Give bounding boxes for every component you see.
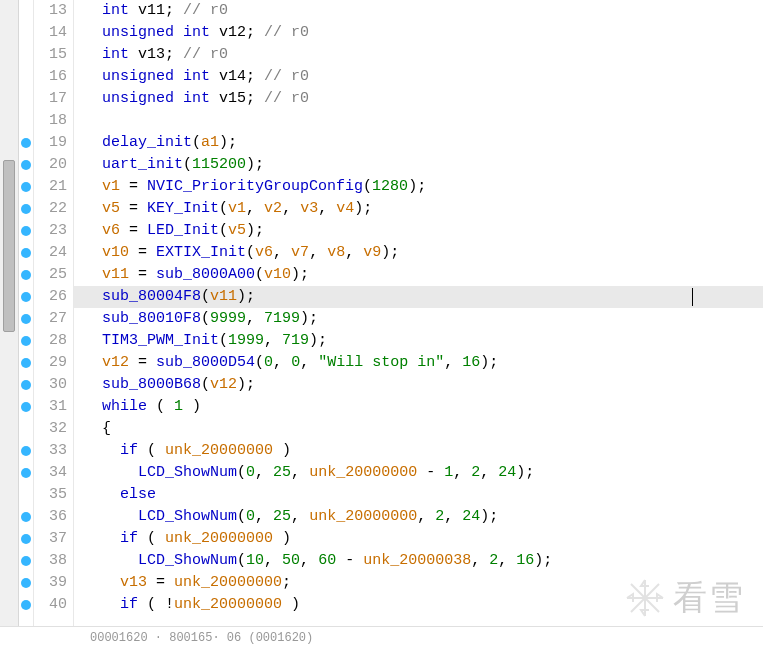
breakpoint-dot[interactable] — [21, 248, 31, 258]
breakpoint-dot[interactable] — [21, 336, 31, 346]
code-line[interactable]: unsigned int v12; // r0 — [74, 22, 763, 44]
code-line[interactable]: if ( unk_20000000 ) — [74, 528, 763, 550]
token-plain: , — [345, 244, 363, 261]
code-line[interactable]: { — [74, 418, 763, 440]
token-plain: , — [246, 310, 264, 327]
code-line[interactable]: unsigned int v15; // r0 — [74, 88, 763, 110]
token-plain: , — [264, 332, 282, 349]
token-plain: ); — [237, 376, 255, 393]
token-num: 0 — [291, 354, 300, 371]
breakpoint-dot[interactable] — [21, 204, 31, 214]
token-kw: while — [102, 398, 147, 415]
breakpoint-dot[interactable] — [21, 578, 31, 588]
breakpoint-dot[interactable] — [21, 314, 31, 324]
token-num: 2 — [489, 552, 498, 569]
token-var: v1 — [228, 200, 246, 217]
token-num: 24 — [462, 508, 480, 525]
token-plain: , — [471, 552, 489, 569]
code-line[interactable]: else — [74, 484, 763, 506]
code-line[interactable]: v6 = LED_Init(v5); — [74, 220, 763, 242]
token-kw: if — [120, 596, 138, 613]
breakpoint-dot[interactable] — [21, 182, 31, 192]
token-plain: ); — [219, 134, 237, 151]
code-line[interactable]: v1 = NVIC_PriorityGroupConfig(1280); — [74, 176, 763, 198]
code-line[interactable]: LCD_ShowNum(10, 50, 60 - unk_20000038, 2… — [74, 550, 763, 572]
vertical-scrollbar[interactable] — [0, 0, 19, 649]
breakpoint-dot[interactable] — [21, 270, 31, 280]
token-plain: ) — [273, 530, 291, 547]
breakpoint-dot[interactable] — [21, 402, 31, 412]
breakpoint-dot[interactable] — [21, 600, 31, 610]
token-num: 0 — [264, 354, 273, 371]
token-plain: , — [444, 508, 462, 525]
token-plain: ); — [237, 288, 255, 305]
code-line[interactable]: while ( 1 ) — [74, 396, 763, 418]
breakpoint-dot[interactable] — [21, 446, 31, 456]
code-line[interactable]: uart_init(115200); — [74, 154, 763, 176]
token-plain: v15 — [219, 90, 246, 107]
code-line[interactable]: int v13; // r0 — [74, 44, 763, 66]
code-line[interactable]: TIM3_PWM_Init(1999, 719); — [74, 330, 763, 352]
token-num: 60 — [318, 552, 336, 569]
scrollbar-thumb[interactable] — [3, 160, 15, 332]
code-line[interactable]: sub_8000B68(v12); — [74, 374, 763, 396]
code-line[interactable]: delay_init(a1); — [74, 132, 763, 154]
code-line[interactable]: LCD_ShowNum(0, 25, unk_20000000, 2, 24); — [74, 506, 763, 528]
code-line[interactable]: if ( unk_20000000 ) — [74, 440, 763, 462]
token-kw: unsigned int — [102, 24, 210, 41]
line-number: 17 — [34, 88, 67, 110]
token-ident: sub_80004F8 — [102, 288, 201, 305]
token-plain: , — [417, 508, 435, 525]
token-plain: , — [282, 200, 300, 217]
line-number: 23 — [34, 220, 67, 242]
token-plain: ); — [534, 552, 552, 569]
code-area[interactable]: int v11; // r0 unsigned int v12; // r0 i… — [74, 0, 763, 649]
breakpoint-dot[interactable] — [21, 138, 31, 148]
code-line[interactable]: v11 = sub_8000A00(v10); — [74, 264, 763, 286]
line-number: 34 — [34, 462, 67, 484]
line-number: 26 — [34, 286, 67, 308]
decompiler-view: 1314151617181920212223242526272829303132… — [0, 0, 763, 649]
token-plain — [255, 68, 264, 85]
line-number: 30 — [34, 374, 67, 396]
token-plain: ( — [255, 266, 264, 283]
code-line[interactable]: v5 = KEY_Init(v1, v2, v3, v4); — [74, 198, 763, 220]
token-var: v3 — [300, 200, 318, 217]
code-line[interactable]: v10 = EXTIX_Init(v6, v7, v8, v9); — [74, 242, 763, 264]
code-line[interactable]: unsigned int v14; // r0 — [74, 66, 763, 88]
token-plain: { — [102, 420, 111, 437]
breakpoint-dot[interactable] — [21, 358, 31, 368]
line-number: 31 — [34, 396, 67, 418]
breakpoint-dot[interactable] — [21, 226, 31, 236]
token-plain: = — [120, 178, 147, 195]
token-plain: ( — [138, 530, 165, 547]
line-number: 27 — [34, 308, 67, 330]
code-line[interactable] — [74, 110, 763, 132]
token-ident: sub_8000D54 — [156, 354, 255, 371]
token-num: 719 — [282, 332, 309, 349]
code-line[interactable]: int v11; // r0 — [74, 0, 763, 22]
breakpoint-dot[interactable] — [21, 512, 31, 522]
code-line[interactable]: v13 = unk_20000000; — [74, 572, 763, 594]
breakpoint-dot[interactable] — [21, 160, 31, 170]
breakpoint-dot[interactable] — [21, 534, 31, 544]
code-line[interactable]: LCD_ShowNum(0, 25, unk_20000000 - 1, 2, … — [74, 462, 763, 484]
status-text: 00001620 · 800165· 06 (0001620) — [90, 631, 313, 645]
breakpoint-dot[interactable] — [21, 556, 31, 566]
token-plain: ( ! — [138, 596, 174, 613]
token-num: 1999 — [228, 332, 264, 349]
breakpoint-gutter[interactable] — [19, 0, 34, 649]
code-line[interactable]: sub_80004F8(v11); — [74, 286, 763, 308]
token-plain: , — [300, 354, 318, 371]
token-kw: unsigned int — [102, 90, 210, 107]
token-var: v5 — [102, 200, 120, 217]
code-line[interactable]: if ( !unk_20000000 ) — [74, 594, 763, 616]
token-plain: v11 — [138, 2, 165, 19]
token-ident: sub_8000A00 — [156, 266, 255, 283]
line-number: 19 — [34, 132, 67, 154]
breakpoint-dot[interactable] — [21, 380, 31, 390]
breakpoint-dot[interactable] — [21, 292, 31, 302]
code-line[interactable]: v12 = sub_8000D54(0, 0, "Will stop in", … — [74, 352, 763, 374]
breakpoint-dot[interactable] — [21, 468, 31, 478]
code-line[interactable]: sub_80010F8(9999, 7199); — [74, 308, 763, 330]
